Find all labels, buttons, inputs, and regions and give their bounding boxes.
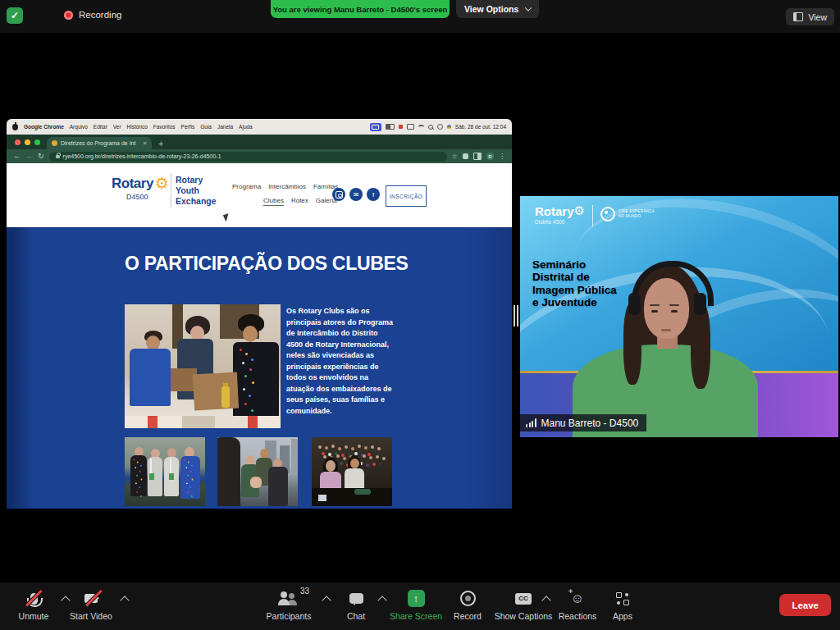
colored-status-icon[interactable] [399, 125, 403, 129]
participant-video-tile[interactable]: Rotary ⚙ Distrito 4500 CRIE ESPERANÇA NO… [520, 196, 838, 437]
top-bar: ✓ Recording You are viewing Manu Barreto… [0, 0, 840, 33]
menu-janela[interactable]: Janela [217, 124, 233, 130]
menu-arquivo[interactable]: Arquivo [70, 124, 88, 130]
tab-favicon [52, 140, 57, 146]
search-icon[interactable] [428, 125, 433, 130]
participants-options-chevron[interactable] [322, 596, 331, 605]
program-line: Youth [176, 185, 217, 196]
camera-off-icon [84, 589, 98, 608]
participants-button[interactable]: 33 Participants [259, 589, 318, 621]
new-tab-button[interactable]: + [158, 139, 163, 148]
slide-thumbnail-3 [312, 437, 392, 506]
apps-icon [616, 589, 629, 608]
menu-ver[interactable]: Ver [113, 124, 121, 130]
recording-dot-icon [64, 11, 73, 20]
menu-ajuda[interactable]: Ajuda [239, 124, 253, 130]
rotary-logo[interactable]: Rotary ⚙ [112, 176, 169, 190]
video-options-chevron[interactable] [120, 596, 129, 605]
chevron-down-icon [525, 4, 532, 11]
security-shield-icon[interactable]: ✓ [7, 7, 23, 24]
start-video-button[interactable]: Start Video [66, 589, 116, 621]
video-district-label: Distrito 4500 [535, 219, 565, 225]
chrome-colored-icon[interactable] [447, 125, 451, 129]
participant-name-tag: Manu Barreto - D4500 [520, 414, 646, 431]
back-button[interactable]: ← [13, 153, 21, 160]
record-icon [460, 589, 476, 608]
share-screen-icon: ↑ [408, 589, 425, 608]
apple-icon[interactable] [12, 124, 18, 130]
social-links: ✉ f [332, 188, 380, 201]
chat-button[interactable]: Chat [338, 589, 374, 621]
reactions-button[interactable]: ☺+ Reactions [555, 589, 600, 621]
record-button[interactable]: Record [448, 589, 487, 621]
view-label: View [808, 12, 827, 22]
reload-button[interactable]: ↻ [38, 153, 44, 160]
forward-button[interactable]: → [25, 153, 33, 160]
apps-button[interactable]: Apps [604, 589, 641, 621]
captions-icon: CC [515, 589, 532, 608]
nav-item-programa[interactable]: Programa [232, 183, 261, 190]
macos-menu-bar: Google Chrome Arquivo Editar Ver Históri… [7, 119, 512, 135]
address-bar[interactable]: rye4500.org.br/diretrizes-intercambio-de… [49, 152, 447, 162]
view-button[interactable]: View [786, 8, 834, 25]
slide-body-text: Os Rotary Clubs são os principais atores… [286, 306, 395, 417]
menu-app-name[interactable]: Google Chrome [24, 124, 64, 130]
cardboard-box [193, 372, 239, 411]
side-panel-icon[interactable] [473, 153, 482, 160]
chrome-tab-bar: Diretrizes do Programa de Int × + [7, 135, 512, 149]
close-window-button[interactable] [15, 139, 21, 145]
control-center-icon[interactable] [437, 124, 443, 130]
leave-button[interactable]: Leave [779, 594, 831, 616]
mouse-cursor [223, 213, 231, 222]
program-logo-text: Rotary Youth Exchange [176, 175, 217, 207]
profile-avatar[interactable]: R [486, 153, 494, 160]
participant-name: Manu Barreto - D4500 [541, 418, 639, 429]
slide-thumbnail-1 [125, 437, 205, 506]
url-text: rye4500.org.br/diretrizes-intercambio-de… [63, 153, 221, 159]
nav-item-intercambios[interactable]: Intercâmbios [268, 183, 306, 190]
window-controls [15, 135, 47, 149]
reactions-icon: ☺+ [571, 589, 584, 608]
site-nav-row1: Programa Intercâmbios Famílias [232, 183, 338, 190]
zoom-window-button[interactable] [34, 139, 40, 145]
theme-logo-icon [600, 207, 615, 221]
recording-label: Recording [79, 10, 121, 20]
recording-indicator: Recording [64, 10, 121, 20]
menu-favoritos[interactable]: Favoritos [153, 124, 176, 130]
participants-count: 33 [300, 587, 309, 596]
video-gear-icon: ⚙ [574, 205, 585, 217]
man-blue-shirt [130, 349, 171, 406]
rotary-logo-text: Rotary [112, 176, 153, 190]
bookmark-star-icon[interactable]: ☆ [452, 153, 458, 160]
viewing-screen-banner-text: You are viewing Manu Barreto - D4500's s… [273, 5, 448, 14]
tab-close-icon[interactable]: × [143, 139, 147, 147]
menu-perfis[interactable]: Perfis [181, 124, 195, 130]
theme-logo: CRIE ESPERANÇA NO MUNDO [600, 207, 655, 221]
panel-resize-handle[interactable] [514, 305, 518, 326]
battery-icon[interactable] [386, 124, 395, 130]
extensions-icon[interactable] [463, 153, 468, 159]
display-icon[interactable] [407, 124, 414, 130]
instagram-icon[interactable] [332, 188, 345, 201]
menu-editar[interactable]: Editar [94, 124, 107, 130]
browser-tab[interactable]: Diretrizes do Programa de Int × [47, 137, 152, 149]
inscricao-button[interactable]: INSCRIÇÃO [386, 185, 427, 207]
site-header: Rotary ⚙ D4500 Rotary Youth Exchange Pro… [7, 163, 512, 227]
share-screen-button[interactable]: ↑ Share Screen [384, 589, 448, 621]
minimize-window-button[interactable] [25, 139, 30, 145]
email-icon[interactable]: ✉ [349, 188, 363, 201]
view-options-button[interactable]: View Options [456, 0, 539, 18]
program-line: Rotary [176, 175, 217, 185]
unmute-button[interactable]: Unmute [10, 589, 57, 621]
facebook-icon[interactable]: f [367, 188, 380, 201]
nav-item-clubes[interactable]: Clubes [263, 197, 284, 206]
menu-guia[interactable]: Guia [200, 124, 212, 130]
wifi-icon[interactable] [418, 125, 424, 130]
menu-historico[interactable]: Histórico [127, 124, 148, 130]
chrome-menu-icon[interactable]: ⋮ [499, 153, 505, 160]
menubar-clock[interactable]: Sáb. 28 de out. 12:04 [455, 124, 506, 130]
chat-bubble-icon [349, 589, 363, 608]
program-line: Exchange [176, 196, 217, 207]
screen-share-indicator-icon[interactable] [370, 123, 381, 131]
nav-item-rotex[interactable]: Rotex [291, 197, 308, 206]
